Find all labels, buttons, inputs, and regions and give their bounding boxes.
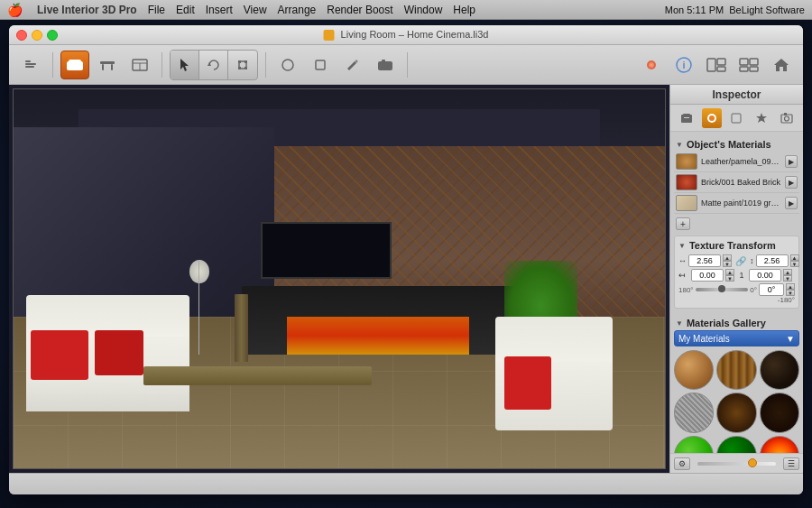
texture-transform-section: ▼ Texture Transform ↔ ▲ ▼ 🔗 ↕ <box>674 236 799 309</box>
toolbar-materials-btn[interactable] <box>637 51 666 79</box>
toolbar-back-btn[interactable] <box>16 51 45 79</box>
gallery-item-wood[interactable] <box>716 350 756 390</box>
materials-gallery-grid <box>674 350 799 453</box>
toolbar-info-btn[interactable]: i <box>669 51 698 79</box>
gallery-item-dark-brown[interactable] <box>760 393 799 432</box>
menu-insert[interactable]: Insert <box>206 4 233 16</box>
toolbar-window-btn[interactable] <box>125 51 154 79</box>
traffic-lights <box>16 30 58 41</box>
angle-min-label: 180° <box>678 286 694 294</box>
material-edit-btn-3[interactable]: ▶ <box>785 197 798 209</box>
angle-up[interactable]: ▲ <box>786 283 795 290</box>
material-item-brick[interactable]: Brick/001 Baked Brick ▶ <box>674 172 799 193</box>
objects-materials-section: ▼ Object's Materials <box>674 135 799 152</box>
angle-stepper[interactable]: ▲ ▼ <box>786 283 795 296</box>
sofa-pillow-1 <box>31 330 88 380</box>
inspector-add-btn[interactable]: ⚙ <box>674 457 690 470</box>
gallery-item-fire[interactable] <box>760 436 799 453</box>
height-up[interactable]: ▲ <box>790 254 799 261</box>
width-down[interactable]: ▼ <box>723 261 732 267</box>
material-item-matte[interactable]: Matte paint/1019 grey beige ▶ <box>674 193 799 214</box>
materials-gallery-dropdown[interactable]: My Materials ▼ <box>674 330 799 346</box>
gallery-item-brown-fur[interactable] <box>716 393 756 432</box>
angle-slider-track[interactable] <box>696 288 749 291</box>
toolbar-camera-btn[interactable] <box>371 51 400 79</box>
texture-height-input[interactable] <box>756 254 789 267</box>
svg-rect-16 <box>238 60 241 63</box>
inspector-tab-star[interactable] <box>752 108 771 128</box>
toolbar-view-split-btn[interactable] <box>734 51 763 79</box>
texture-width-input[interactable] <box>688 254 721 267</box>
height-stepper[interactable]: ▲ ▼ <box>790 254 799 267</box>
coffee-table[interactable] <box>143 366 372 385</box>
gallery-item-green[interactable] <box>674 436 714 453</box>
gallery-item-dark-leather[interactable] <box>760 350 799 390</box>
toolbar-table-btn[interactable] <box>93 51 122 79</box>
apple-menu[interactable]: 🍎 <box>7 3 23 17</box>
menu-render-boost[interactable]: Render Boost <box>327 4 392 16</box>
toolbar-view-2d-btn[interactable] <box>702 51 731 79</box>
height-icon: ↕ <box>750 256 754 265</box>
offset-x-stepper[interactable]: ▲ ▼ <box>725 269 734 282</box>
offset-x-down[interactable]: ▼ <box>725 275 734 282</box>
offset-y-up[interactable]: ▲ <box>783 269 792 275</box>
toolbar-home-btn[interactable] <box>767 51 796 79</box>
width-up[interactable]: ▲ <box>723 254 732 261</box>
texture-angle-input[interactable] <box>759 283 784 296</box>
inspector-tab-materials[interactable] <box>702 108 722 128</box>
width-stepper[interactable]: ▲ ▼ <box>723 254 732 267</box>
toolbar-pencil-btn[interactable] <box>338 51 367 79</box>
toolbar-rotate-btn[interactable] <box>199 51 228 79</box>
toolbar-rect-btn[interactable] <box>306 51 335 79</box>
inspector-tab-camera[interactable] <box>777 108 797 128</box>
texture-offset-x-input[interactable] <box>691 269 724 282</box>
toolbar-sofa-btn[interactable] <box>60 51 89 79</box>
inspector-size-slider[interactable] <box>697 462 776 466</box>
svg-marker-37 <box>774 59 789 71</box>
angle-slider-thumb[interactable] <box>718 285 725 292</box>
menu-arrange[interactable]: Arrange <box>278 4 317 16</box>
inspector-list-btn[interactable]: ☰ <box>783 457 799 470</box>
viewport-3d[interactable] <box>9 85 669 473</box>
offset-y-stepper[interactable]: ▲ ▼ <box>783 269 792 282</box>
toolbar-circle-btn[interactable] <box>273 51 302 79</box>
menubar-company: BeLight Software <box>729 5 805 15</box>
offset-x-icon: ↤ <box>678 271 689 280</box>
document-icon <box>324 30 335 41</box>
inspector-tab-furniture[interactable] <box>677 108 697 128</box>
toolbar-resize-btn[interactable] <box>228 51 257 79</box>
height-down[interactable]: ▼ <box>790 261 799 267</box>
texture-offset-y-input[interactable] <box>749 269 781 282</box>
gallery-item-leather[interactable] <box>674 350 714 390</box>
angle-down[interactable]: ▼ <box>786 290 795 296</box>
menu-window[interactable]: Window <box>404 4 443 16</box>
offset-y-down[interactable]: ▼ <box>783 275 792 282</box>
toolbar-sep-3 <box>265 52 266 78</box>
texture-offset-row: ↤ ▲ ▼ 1 ▲ ▼ <box>678 269 795 282</box>
maximize-button[interactable] <box>47 30 58 41</box>
menu-help[interactable]: Help <box>453 4 475 16</box>
gallery-item-concrete[interactable] <box>674 393 714 432</box>
material-item-leather[interactable]: Leather/pamela_09014 ▶ <box>674 152 799 172</box>
menu-view[interactable]: View <box>244 4 267 16</box>
size-slider-thumb[interactable] <box>748 458 757 467</box>
material-edit-btn-2[interactable]: ▶ <box>785 176 798 189</box>
material-edit-btn[interactable]: ▶ <box>785 155 798 168</box>
svg-rect-36 <box>750 67 758 71</box>
armchair[interactable] <box>495 355 613 430</box>
sofa-pillow-2 <box>95 330 143 376</box>
svg-rect-19 <box>245 67 247 69</box>
inspector-bottom-bar: ⚙ ☰ <box>670 453 803 473</box>
speaker-left <box>235 294 247 363</box>
offset-x-up[interactable]: ▲ <box>725 269 734 275</box>
close-button[interactable] <box>16 30 27 41</box>
minimize-button[interactable] <box>32 30 42 41</box>
menu-edit[interactable]: Edit <box>176 4 195 16</box>
toolbar-select-btn[interactable] <box>171 51 199 79</box>
add-material-btn[interactable]: + <box>676 217 690 230</box>
app-name[interactable]: Live Interior 3D Pro <box>37 4 137 16</box>
svg-rect-41 <box>683 114 690 117</box>
gallery-item-dark-green[interactable] <box>716 436 756 453</box>
inspector-tab-dimensions[interactable] <box>726 108 746 128</box>
menu-file[interactable]: File <box>148 4 165 16</box>
